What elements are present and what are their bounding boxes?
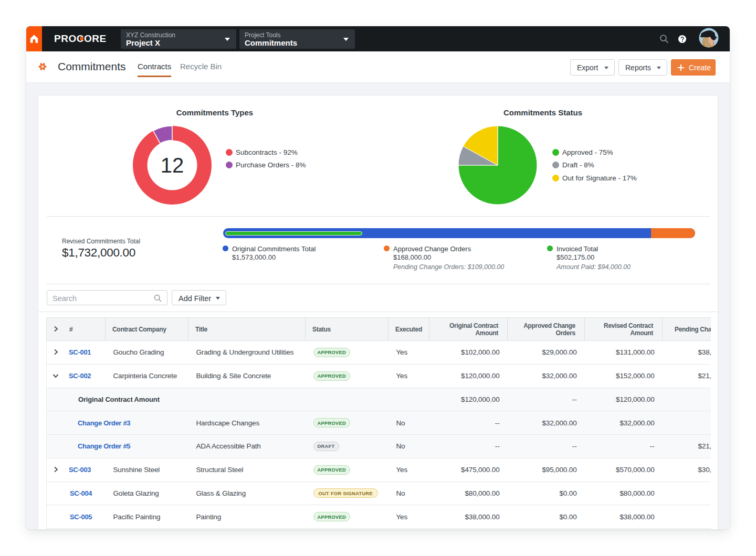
svg-text:12: 12: [161, 154, 184, 177]
